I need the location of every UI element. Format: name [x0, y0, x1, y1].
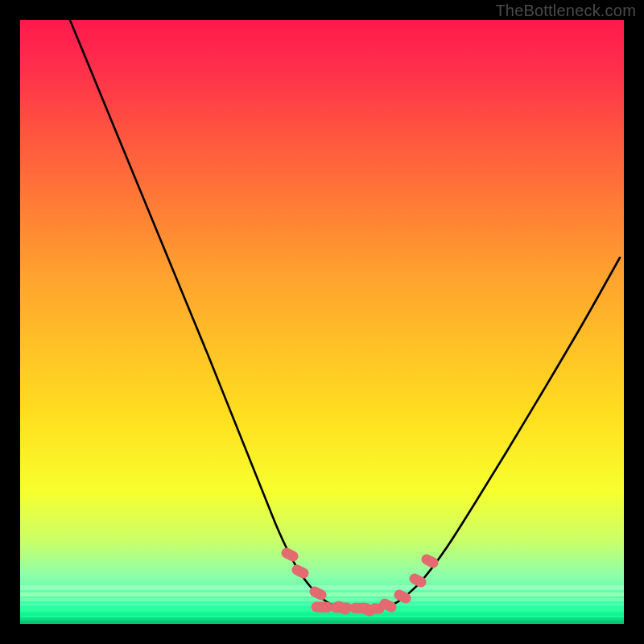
watermark-text: TheBottleneck.com — [495, 2, 636, 20]
stripe — [20, 621, 624, 624]
bottom-stripes — [20, 582, 624, 624]
stripe — [20, 585, 624, 590]
stripe — [20, 592, 624, 597]
chart-svg — [20, 20, 624, 624]
stripe — [20, 603, 624, 606]
v-curve — [70, 20, 620, 609]
stripe — [20, 608, 624, 611]
stripe — [20, 613, 624, 616]
plot-frame — [20, 20, 624, 624]
stripe — [20, 598, 624, 601]
